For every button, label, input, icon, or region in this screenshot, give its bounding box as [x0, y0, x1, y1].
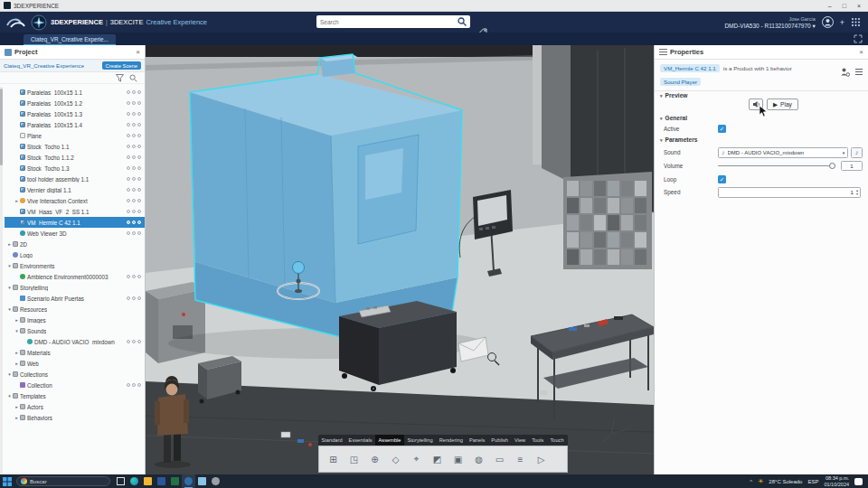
row-visibility-icons[interactable] — [127, 177, 145, 181]
row-visibility-icons[interactable] — [127, 145, 145, 148]
taskbar-clock[interactable]: 08:34 p.m. 01/10/2024 — [824, 475, 849, 487]
tree-item[interactable]: Scenario Abrir Puertas — [5, 293, 145, 304]
volume-slider[interactable] — [718, 165, 834, 167]
snap-icon[interactable]: ⊕ — [365, 448, 384, 470]
row-visibility-icons[interactable] — [127, 296, 145, 300]
edge-icon[interactable] — [127, 474, 141, 488]
play-button[interactable]: ▶ Play — [767, 99, 798, 110]
start-button[interactable] — [0, 474, 14, 488]
tree-item[interactable]: Collection — [5, 380, 145, 390]
browse-sound-button[interactable]: ♪ — [851, 147, 863, 158]
tree-item[interactable]: Plane — [5, 130, 145, 141]
tree-item[interactable]: Vernier digital 1.1 — [5, 184, 145, 195]
tree-item[interactable]: Paralelas_100x15 1.1 — [5, 87, 145, 98]
sound-dropdown[interactable]: ♪ DMD - AUDIO VACIO_mixdown ▾ — [718, 147, 848, 158]
tree-item[interactable]: Stock_Tocho 1.1.2 — [5, 152, 145, 163]
tree-item[interactable]: Ambience Environment0000003 — [5, 271, 145, 282]
weather-sun-icon[interactable]: ☀ — [758, 478, 763, 485]
selected-object-chip[interactable]: VM_Hermle C 42 1.1 — [660, 64, 720, 72]
apps-grid-icon[interactable] — [851, 17, 861, 27]
user-avatar-icon[interactable] — [822, 16, 834, 28]
ribbon-tab-assemble[interactable]: Assemble — [375, 435, 404, 446]
row-visibility-icons[interactable] — [127, 221, 145, 224]
close-button[interactable]: × — [857, 3, 861, 9]
expander-icon[interactable]: ▸ — [14, 404, 20, 409]
row-visibility-icons[interactable] — [127, 90, 145, 94]
global-search[interactable] — [316, 15, 470, 28]
tree-item[interactable]: tool holder assembly 1.1 — [5, 174, 145, 184]
ribbon-tab-standard[interactable]: Standard — [318, 435, 345, 446]
ribbon-tab-tools[interactable]: Tools — [529, 435, 547, 446]
section-preview[interactable]: Preview — [660, 92, 687, 99]
user-settings-icon[interactable] — [840, 67, 850, 77]
3d-viewport[interactable] — [146, 45, 654, 474]
camera-icon[interactable]: ▣ — [448, 448, 467, 470]
magnet-icon[interactable]: ◇ — [386, 448, 405, 470]
tree-item[interactable]: ▸Materials — [5, 347, 145, 358]
ribbon-tab-publish[interactable]: Publish — [488, 435, 512, 446]
tree-item[interactable]: Web Viewer 3D — [5, 228, 145, 239]
notepad-icon[interactable] — [195, 474, 209, 488]
row-visibility-icons[interactable] — [127, 188, 145, 192]
behavior-chip[interactable]: Sound Player — [660, 78, 701, 86]
expander-icon[interactable]: ▸ — [14, 198, 20, 203]
create-scene-button[interactable]: Create Scene — [102, 61, 141, 70]
play-icon[interactable]: ▷ — [532, 448, 551, 470]
expander-icon[interactable]: ▾ — [6, 371, 13, 377]
tree-item[interactable]: Stock_Tocho 1.3 — [5, 163, 145, 174]
tree-item[interactable]: DMD - AUDIO VACIO_mixdown — [5, 336, 145, 347]
ribbon-tab-view[interactable]: View — [511, 435, 528, 446]
tree-search-icon[interactable] — [129, 74, 137, 82]
loop-checkbox[interactable]: ✓ — [718, 175, 726, 183]
import-icon[interactable]: ⊞ — [324, 448, 343, 470]
tree-item[interactable]: ▸Behaviors — [5, 412, 145, 423]
search-input[interactable] — [316, 19, 457, 25]
row-visibility-icons[interactable] — [127, 166, 145, 170]
volume-value-input[interactable] — [841, 161, 863, 171]
row-visibility-icons[interactable] — [127, 231, 145, 235]
expander-icon[interactable]: ▸ — [14, 415, 20, 420]
tree-item[interactable]: ▸Web — [5, 358, 145, 369]
3dexperience-icon[interactable] — [182, 474, 195, 488]
row-visibility-icons[interactable] — [127, 123, 145, 127]
tree-item[interactable]: ▾Resources — [5, 304, 145, 314]
expander-icon[interactable]: ▸ — [14, 361, 20, 366]
stepper-icons[interactable]: ▴▾ — [856, 189, 860, 196]
section-icon[interactable]: ◩ — [428, 448, 447, 470]
tree-item[interactable]: VM_Hermle C 42 1.1 — [5, 217, 145, 228]
section-parameters[interactable]: Parameters — [660, 136, 697, 143]
notifications-icon[interactable] — [854, 478, 863, 485]
settings-icon[interactable] — [209, 474, 222, 488]
search-icon[interactable] — [457, 16, 467, 27]
tree-item[interactable]: ▸Vive Interaction Context — [5, 195, 145, 206]
expander-icon[interactable]: ▸ — [6, 241, 13, 247]
ribbon-tab-rendering[interactable]: Rendering — [436, 435, 466, 446]
speed-input[interactable] — [719, 189, 856, 195]
minimize-button[interactable]: – — [828, 3, 832, 9]
list-icon[interactable]: ≡ — [511, 448, 530, 470]
maximize-button[interactable]: □ — [843, 3, 846, 9]
tree-item[interactable]: ▾Templates — [5, 390, 145, 401]
tree-item[interactable]: ▾Environments — [5, 260, 145, 271]
3dexperience-compass-icon[interactable] — [31, 14, 47, 31]
filter-icon[interactable] — [116, 74, 124, 82]
row-visibility-icons[interactable] — [127, 134, 145, 137]
tree-item[interactable]: Paralelas_100x15 1.3 — [5, 108, 145, 119]
taskbar-search[interactable]: Buscar — [16, 476, 110, 486]
measure-icon[interactable]: ⌖ — [407, 448, 426, 470]
ribbon-tab-essentials[interactable]: Essentials — [345, 435, 375, 446]
fullscreen-icon[interactable] — [854, 34, 863, 43]
volume-slider-thumb[interactable] — [829, 163, 835, 169]
3d-scene[interactable] — [146, 45, 654, 474]
active-checkbox[interactable]: ✓ — [718, 125, 726, 133]
tree-item[interactable]: ▾Storytelling — [5, 282, 145, 293]
tree-item[interactable]: Paralelas_100x15 1.2 — [5, 98, 145, 108]
expander-icon[interactable]: ▸ — [14, 317, 20, 323]
row-visibility-icons[interactable] — [127, 275, 145, 278]
expander-icon[interactable]: ▾ — [14, 328, 20, 333]
excel-icon[interactable] — [168, 474, 182, 488]
row-visibility-icons[interactable] — [127, 340, 145, 343]
tree-item[interactable]: ▸Images — [5, 314, 145, 325]
tree-item[interactable]: ▸2D — [5, 239, 145, 249]
row-visibility-icons[interactable] — [127, 210, 145, 213]
